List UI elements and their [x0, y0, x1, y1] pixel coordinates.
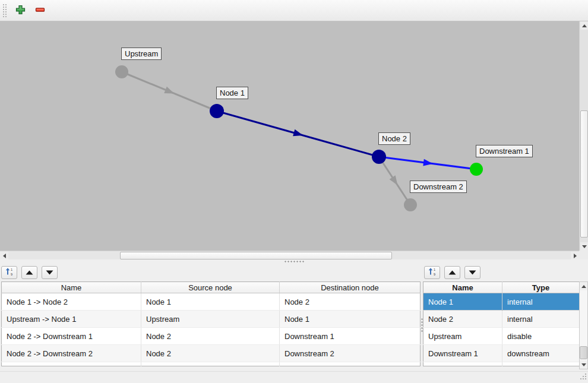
- table-row[interactable]: Node 2 -> Downstream 1Node 2Downstream 1: [2, 328, 421, 345]
- sort-ascending-icon: 1 9: [5, 267, 14, 277]
- canvas-horizontal-scrollbar[interactable]: [0, 251, 579, 259]
- nodes-panel: 1 9 NameType: [423, 263, 588, 371]
- edges-panel: 1 9 NameSource n: [0, 263, 422, 371]
- column-header[interactable]: Name: [2, 282, 141, 293]
- node-label[interactable]: Node 2: [378, 132, 410, 145]
- minus-icon: [35, 5, 45, 17]
- nodes-move-down-button[interactable]: [464, 266, 480, 279]
- move-down-icon: [469, 268, 476, 277]
- svg-text:1: 1: [434, 268, 435, 271]
- table-cell: Downstream 1: [423, 345, 502, 362]
- svg-text:1: 1: [11, 268, 12, 271]
- table-cell: Node 1: [280, 311, 421, 328]
- graph-canvas[interactable]: UpstreamNode 1Node 2Downstream 1Downstre…: [0, 21, 579, 251]
- bottom-panels: 1 9 NameSource n: [0, 263, 588, 371]
- add-node-button[interactable]: [11, 2, 29, 20]
- table-row[interactable]: Node 1 -> Node 2Node 1Node 2: [2, 293, 421, 311]
- plus-icon: [15, 5, 26, 17]
- graph-svg: [0, 21, 579, 251]
- edges-table-header-row: NameSource nodeDestination node: [2, 282, 421, 293]
- resize-grip-icon[interactable]: [579, 372, 587, 382]
- splitter-handle-icon: [284, 261, 304, 262]
- edge-arrow-icon: [293, 129, 303, 137]
- table-cell: Node 2: [141, 328, 280, 345]
- nodes-table-header-row: NameType: [423, 282, 580, 293]
- table-cell: Upstream: [423, 328, 502, 345]
- status-bar: [0, 371, 588, 383]
- nodes-table-scrollbar[interactable]: [579, 281, 588, 369]
- scroll-up-arrow[interactable]: [580, 21, 588, 30]
- move-up-icon: [448, 268, 456, 277]
- node-label[interactable]: Downstream 1: [476, 145, 533, 157]
- horizontal-scroll-thumb[interactable]: [120, 252, 392, 259]
- remove-node-button[interactable]: [31, 2, 49, 20]
- table-cell: Node 2 -> Downstream 2: [2, 345, 141, 362]
- table-cell: Node 2: [280, 293, 421, 311]
- table-cell: Node 2: [423, 311, 502, 328]
- table-cell: Node 1: [141, 293, 280, 311]
- table-row[interactable]: Upstreamdisable: [423, 328, 580, 345]
- vertical-scroll-thumb[interactable]: [580, 346, 587, 359]
- node-label[interactable]: Upstream: [121, 48, 162, 60]
- graph-node[interactable]: [470, 163, 483, 176]
- sort-ascending-icon: 1 9: [428, 267, 437, 277]
- table-cell: Node 1 -> Node 2: [2, 293, 141, 311]
- edges-move-down-button[interactable]: [42, 266, 58, 279]
- scroll-down-arrow[interactable]: [580, 242, 588, 251]
- table-cell: Upstream: [141, 311, 280, 328]
- canvas-vertical-scrollbar[interactable]: [579, 21, 588, 251]
- graph-node[interactable]: [115, 65, 128, 78]
- table-cell: Downstream 2: [280, 345, 421, 362]
- empty-row: [423, 362, 580, 366]
- table-row[interactable]: Node 2internal: [423, 311, 580, 328]
- table-cell: Node 2: [141, 345, 280, 362]
- table-cell: downstream: [502, 345, 580, 362]
- application-window: UpstreamNode 1Node 2Downstream 1Downstre…: [0, 0, 588, 383]
- graph-node[interactable]: [210, 104, 224, 118]
- move-up-icon: [26, 268, 33, 277]
- scroll-down-arrow[interactable]: [580, 360, 587, 369]
- node-label[interactable]: Node 1: [216, 87, 248, 99]
- table-cell: internal: [502, 311, 580, 328]
- column-header[interactable]: Destination node: [280, 282, 421, 293]
- column-header[interactable]: Type: [502, 282, 580, 293]
- table-row[interactable]: Node 2 -> Downstream 2Node 2Downstream 2: [2, 345, 421, 362]
- scroll-left-arrow[interactable]: [0, 252, 8, 260]
- edge-arrow-icon: [390, 175, 398, 185]
- table-row[interactable]: Upstream -> Node 1UpstreamNode 1: [2, 311, 421, 328]
- edges-move-up-button[interactable]: [21, 266, 37, 279]
- canvas-area: UpstreamNode 1Node 2Downstream 1Downstre…: [0, 21, 588, 259]
- vertical-scroll-thumb[interactable]: [580, 110, 588, 238]
- svg-text:9: 9: [434, 273, 435, 276]
- edge-arrow-icon: [164, 87, 174, 94]
- table-row[interactable]: Downstream 1downstream: [423, 345, 580, 362]
- scroll-up-arrow[interactable]: [580, 282, 587, 290]
- column-header[interactable]: Source node: [141, 282, 280, 293]
- scroll-right-arrow[interactable]: [571, 252, 579, 260]
- graph-node[interactable]: [404, 198, 417, 211]
- nodes-move-up-button[interactable]: [444, 266, 460, 279]
- table-cell: Node 2 -> Downstream 1: [2, 328, 141, 345]
- edges-panel-toolbar: 1 9: [0, 263, 422, 281]
- edges-table: NameSource nodeDestination node Node 1 -…: [1, 281, 421, 366]
- move-down-icon: [46, 268, 53, 277]
- column-header[interactable]: Name: [423, 282, 502, 293]
- nodes-table: NameType Node 1internalNode 2internalUps…: [423, 281, 580, 366]
- table-row[interactable]: Node 1internal: [423, 293, 580, 311]
- edge-arrow-icon: [423, 159, 433, 166]
- table-cell: Downstream 1: [280, 328, 421, 345]
- table-cell: Node 1: [423, 293, 502, 311]
- empty-row: [2, 362, 421, 366]
- svg-text:9: 9: [11, 273, 12, 276]
- table-cell: disable: [502, 328, 580, 345]
- nodes-panel-toolbar: 1 9: [423, 263, 588, 281]
- scrollbar-corner: [579, 251, 588, 259]
- edges-sort-button[interactable]: 1 9: [1, 266, 17, 279]
- toolbar-drag-handle[interactable]: [2, 4, 7, 18]
- table-cell: internal: [502, 293, 580, 311]
- graph-node[interactable]: [372, 150, 386, 164]
- nodes-sort-button[interactable]: 1 9: [424, 266, 440, 279]
- table-cell: Upstream -> Node 1: [2, 311, 141, 328]
- toolbar: [0, 0, 588, 21]
- node-label[interactable]: Downstream 2: [410, 181, 467, 193]
